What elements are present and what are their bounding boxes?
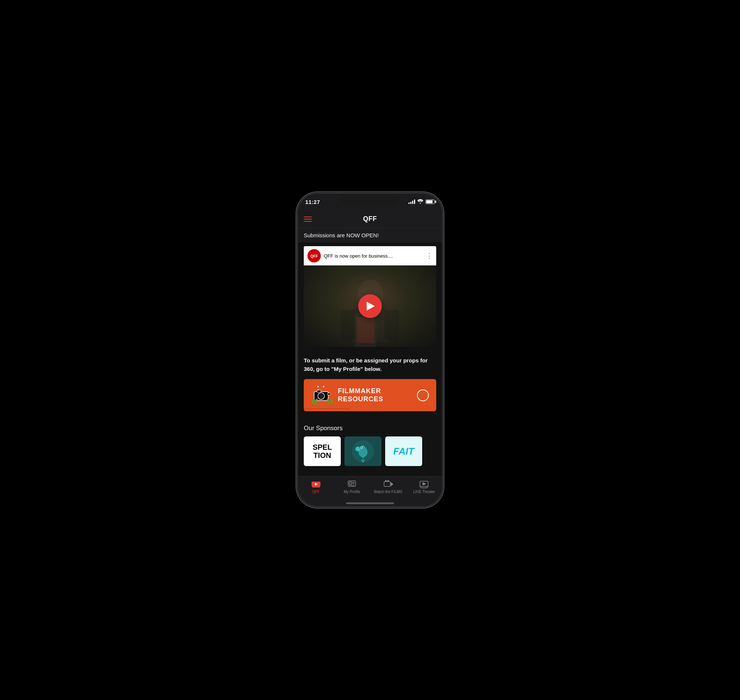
video-more-button[interactable]: ⋮: [426, 252, 433, 260]
app-title: QFF: [363, 215, 377, 223]
svg-rect-8: [357, 317, 374, 343]
sponsor-card[interactable]: [345, 437, 382, 466]
phone-device: 11:27: [298, 194, 442, 506]
svg-text:QFF: QFF: [310, 254, 318, 258]
channel-avatar: QFF: [307, 249, 321, 262]
sponsors-grid[interactable]: SPELTION: [304, 437, 436, 466]
tab-films-label: Watch the FILMS: [374, 490, 402, 494]
tab-profile-label: My Profile: [344, 490, 360, 494]
status-icons: [408, 199, 435, 205]
svg-point-11: [319, 394, 323, 398]
svg-rect-23: [318, 487, 320, 488]
phone-notch: [341, 194, 399, 205]
svg-rect-5: [341, 310, 355, 340]
sponsor-card[interactable]: FAIT: [385, 437, 422, 466]
tab-bar: QFF My Profile: [298, 476, 442, 506]
svg-point-0: [420, 203, 421, 204]
video-title: QFF is now open for business....: [324, 253, 423, 259]
filmmaker-circle: [417, 390, 429, 401]
wifi-icon: [417, 199, 423, 205]
submissions-banner: Submissions are NOW OPEN!: [298, 228, 442, 243]
main-description-text: To submit a film, or be assigned your pr…: [304, 356, 436, 373]
tab-theater-icon: [419, 480, 429, 488]
filmmaker-resources-banner[interactable]: ★ ★ ★ 🌿: [304, 379, 436, 411]
svg-rect-21: [315, 487, 317, 488]
svg-rect-22: [317, 487, 318, 488]
phone-screen: 11:27: [298, 194, 442, 506]
svg-rect-25: [349, 482, 351, 484]
filmmaker-icon: ★ ★ ★ 🌿: [311, 385, 333, 405]
battery-icon: [426, 200, 435, 204]
sponsors-title: Our Sponsors: [304, 425, 436, 432]
hamburger-button[interactable]: [304, 216, 312, 222]
svg-rect-13: [327, 393, 330, 395]
svg-point-16: [361, 447, 362, 448]
svg-point-32: [388, 481, 389, 482]
app-content[interactable]: Submissions are NOW OPEN! QFF QFF is now…: [298, 228, 442, 485]
tab-my-profile[interactable]: My Profile: [334, 479, 370, 494]
app-header: QFF: [298, 210, 442, 228]
video-container[interactable]: QFF QFF is now open for business.... ⋮: [304, 246, 436, 347]
tab-qff-label: QFF: [312, 490, 320, 494]
signal-icon: [408, 200, 415, 204]
svg-rect-29: [384, 482, 391, 487]
main-description-section: To submit a film, or be assigned your pr…: [298, 350, 442, 425]
tab-live-theater[interactable]: LIVE Theater: [406, 479, 442, 494]
tab-profile-icon: [347, 480, 357, 488]
svg-rect-12: [317, 390, 321, 393]
filmmaker-left: ★ ★ ★ 🌿: [311, 385, 383, 405]
svg-marker-30: [391, 483, 393, 486]
svg-marker-37: [423, 483, 426, 485]
sponsors-section: Our Sponsors SPELTION: [298, 425, 442, 472]
play-button[interactable]: [358, 294, 382, 318]
svg-rect-6: [385, 310, 399, 340]
tab-theater-label: LIVE Theater: [413, 490, 435, 494]
tab-qff[interactable]: QFF: [298, 479, 334, 494]
svg-rect-20: [314, 487, 315, 488]
svg-point-31: [385, 481, 386, 482]
sponsor-card[interactable]: SPELTION: [304, 437, 341, 466]
tab-qff-icon: [311, 480, 321, 488]
home-indicator: [346, 502, 394, 504]
video-header: QFF QFF is now open for business.... ⋮: [304, 246, 436, 265]
status-time: 11:27: [305, 199, 320, 205]
tab-watch-films[interactable]: Watch the FILMS: [370, 479, 406, 494]
tab-films-icon: [383, 480, 393, 488]
svg-rect-19: [312, 487, 314, 488]
submissions-text: Submissions are NOW OPEN!: [304, 232, 379, 238]
video-thumbnail[interactable]: [304, 265, 436, 347]
filmmaker-text: FILMMAKER RESOURCES: [338, 387, 383, 403]
